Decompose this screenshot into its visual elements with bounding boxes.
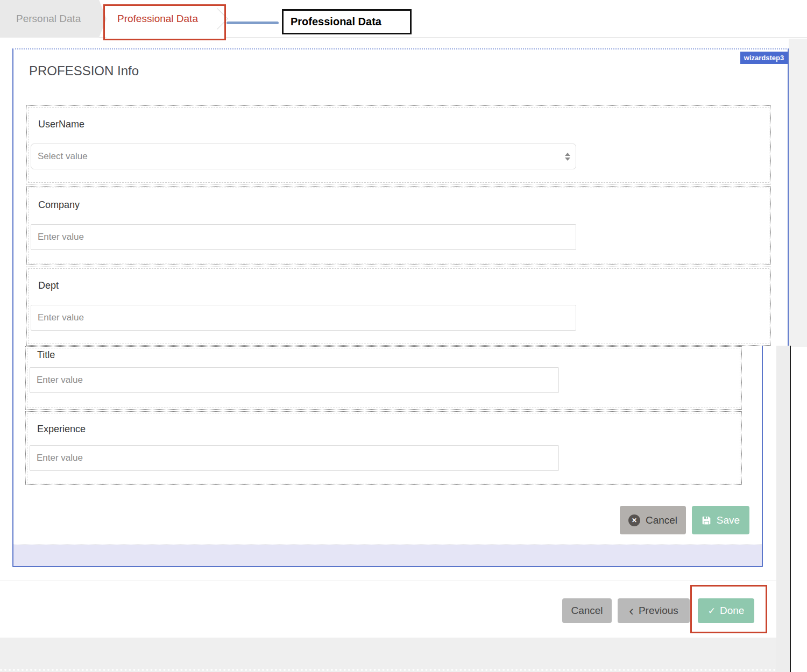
field-label-experience: Experience [37, 424, 86, 435]
cancel-button[interactable]: ✕ Cancel [620, 506, 686, 534]
form-fields-container-bottom: Title Experience [25, 346, 742, 485]
wizard-cancel-label: Cancel [571, 605, 603, 617]
field-label-title: Title [37, 349, 55, 361]
wizard-step-panel-lower: Title Experience ✕ Cancel [12, 346, 763, 567]
callout-box: Professional Data [282, 9, 412, 34]
wizardstep-badge: wizardstep3 [740, 52, 788, 64]
wizard-done-label: Done [720, 605, 744, 617]
scrollbar-track[interactable] [776, 346, 790, 672]
field-block-username: UserName [26, 105, 771, 184]
wizard-cancel-button[interactable]: Cancel [562, 598, 612, 623]
field-block-experience: Experience [25, 411, 742, 485]
tab-personal-data[interactable]: Personal Data [0, 0, 107, 38]
overlay-screenshot-region: Title Experience ✕ Cancel [0, 346, 791, 672]
right-gutter [789, 39, 807, 347]
field-label-company: Company [38, 199, 80, 211]
title-input[interactable] [30, 367, 559, 393]
field-block-company: Company [26, 186, 771, 265]
dept-input[interactable] [31, 305, 576, 331]
field-block-title: Title [25, 346, 742, 410]
form-fields-container-top: UserName Company Dept [26, 105, 771, 346]
cancel-circle-icon: ✕ [628, 514, 640, 526]
wizard-done-button[interactable]: ✓ Done [698, 598, 754, 623]
wizard-footer: Cancel ‹ Previous ✓ Done [0, 581, 776, 638]
company-input[interactable] [31, 224, 576, 250]
wizard-previous-label: Previous [639, 605, 678, 617]
save-button[interactable]: Save [692, 506, 749, 534]
previous-chevron-icon: ‹ [629, 605, 634, 616]
check-icon: ✓ [708, 605, 716, 617]
cancel-button-label: Cancel [646, 514, 677, 526]
callout-label: Professional Data [291, 16, 381, 28]
tab-personal-data-label: Personal Data [16, 13, 81, 25]
tab-professional-data-label: Professional Data [117, 13, 198, 25]
panel-footer-strip [13, 545, 762, 566]
wizard-previous-button[interactable]: ‹ Previous [618, 598, 690, 623]
experience-input[interactable] [30, 445, 559, 471]
save-button-label: Save [717, 514, 740, 526]
callout-connector-line [226, 22, 279, 24]
field-label-username: UserName [38, 119, 84, 130]
bottom-gray-strip [0, 638, 776, 672]
field-block-dept: Dept [26, 267, 771, 346]
wizard-step-panel: wizardstep3 PROFESSION Info UserName Com… [12, 48, 789, 346]
save-icon [702, 516, 711, 525]
page: Personal Data Professional Data Professi… [0, 0, 807, 672]
field-label-dept: Dept [38, 280, 59, 291]
panel-title: PROFESSION Info [29, 63, 139, 78]
username-select[interactable] [31, 144, 576, 169]
